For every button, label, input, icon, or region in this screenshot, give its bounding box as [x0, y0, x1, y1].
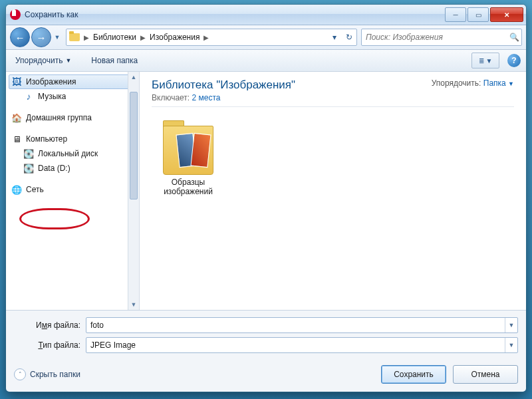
filename-input[interactable]	[86, 321, 505, 330]
sidebar-item[interactable]: Музыка	[9, 89, 139, 104]
filename-section: Имя файла: ▼ Тип файла: JPEG Image ▼	[6, 310, 526, 361]
hide-folders-toggle[interactable]: ˄ Скрыть папки	[14, 368, 80, 380]
minimize-button[interactable]: ─	[445, 7, 466, 22]
breadcrumb-dropdown[interactable]: ▾	[327, 29, 342, 45]
toolbar: Упорядочить ▼ Новая папка ≣ ▼ ?	[6, 50, 526, 72]
includes-label: Включает:	[152, 93, 190, 102]
chevron-down-icon: ▼	[508, 80, 514, 87]
new-folder-label: Новая папка	[91, 56, 138, 65]
cancel-button[interactable]: Отмена	[453, 365, 518, 384]
filetype-dropdown[interactable]: ▼	[505, 338, 517, 352]
chevron-right-icon[interactable]: ▶	[139, 34, 147, 41]
filetype-value: JPEG Image	[86, 340, 505, 350]
sidebar-item[interactable]: Локальный диск	[9, 146, 139, 161]
sidebar-item-label: Data (D:)	[38, 164, 70, 173]
save-button-label: Сохранить	[394, 370, 434, 379]
window-buttons: ─ ▭ ✕	[445, 7, 523, 22]
filename-dropdown[interactable]: ▼	[505, 318, 517, 332]
refresh-icon[interactable]: ↻	[342, 29, 356, 45]
sidebar-item[interactable]: Сеть	[9, 182, 139, 197]
filename-label: Имя файла:	[14, 321, 80, 330]
library-title: Библиотека "Изображения"	[152, 78, 295, 92]
save-button[interactable]: Сохранить	[381, 365, 446, 384]
sidebar-item-label: Сеть	[26, 185, 44, 194]
sidebar: ИзображенияМузыкаДомашняя группаКомпьюте…	[6, 72, 140, 310]
filetype-row: Тип файла: JPEG Image ▼	[14, 337, 518, 353]
sidebar-item[interactable]: Компьютер	[9, 132, 139, 146]
home-icon	[11, 112, 22, 123]
sidebar-item-label: Домашняя группа	[26, 113, 92, 122]
search-icon[interactable]: 🔍	[507, 33, 521, 42]
drive-icon	[23, 148, 34, 159]
organize-label: Упорядочить	[15, 56, 63, 65]
body: ИзображенияМузыкаДомашняя группаКомпьюте…	[6, 72, 526, 310]
sort-control[interactable]: Упорядочить: Папка ▼	[432, 78, 514, 88]
search-input[interactable]	[362, 33, 507, 42]
folder-caption-line1: Образцы	[172, 178, 205, 187]
sidebar-item-label: Изображения	[26, 77, 76, 86]
chevron-up-icon: ˄	[14, 368, 26, 380]
nav-history-dropdown[interactable]: ▼	[53, 28, 62, 47]
sidebar-item-label: Компьютер	[26, 134, 67, 144]
sidebar-item[interactable]: Data (D:)	[9, 161, 139, 176]
navbar: ← → ▼ ▶ Библиотеки ▶ Изображения ▶ ▾ ↻ 🔍	[6, 25, 526, 50]
net-icon	[11, 184, 22, 195]
pc-icon	[11, 134, 22, 144]
scroll-thumb[interactable]	[130, 92, 138, 200]
libraries-icon	[68, 31, 81, 44]
cancel-button-label: Отмена	[471, 370, 499, 379]
search-box[interactable]: 🔍	[361, 29, 522, 46]
forward-button[interactable]: →	[31, 27, 51, 47]
lib-icon	[11, 76, 22, 87]
chevron-right-icon[interactable]: ▶	[82, 34, 90, 41]
filetype-label: Тип файла:	[14, 340, 80, 350]
maximize-button[interactable]: ▭	[467, 7, 489, 22]
help-button[interactable]: ?	[507, 54, 521, 67]
back-button[interactable]: ←	[10, 27, 30, 47]
sidebar-item[interactable]: Домашняя группа	[9, 110, 139, 125]
sidebar-item-label: Музыка	[38, 92, 66, 101]
filetype-field[interactable]: JPEG Image ▼	[86, 337, 518, 353]
content-header: Библиотека "Изображения" Включает: 2 мес…	[152, 78, 514, 107]
scroll-up-icon[interactable]: ▲	[128, 72, 139, 82]
titlebar: Сохранить как ─ ▭ ✕	[6, 5, 526, 25]
breadcrumb-seg-1[interactable]: Изображения	[147, 33, 202, 42]
close-button[interactable]: ✕	[490, 7, 523, 22]
chevron-down-icon: ▼	[486, 57, 493, 65]
chevron-down-icon: ▼	[65, 57, 71, 64]
action-bar: ˄ Скрыть папки Сохранить Отмена	[6, 361, 526, 392]
hide-folders-label: Скрыть папки	[30, 370, 80, 379]
breadcrumb-seg-0[interactable]: Библиотеки	[90, 33, 139, 42]
folder-caption-line2: изображений	[164, 187, 213, 196]
scroll-down-icon[interactable]: ▼	[128, 299, 139, 310]
sort-label: Упорядочить:	[432, 78, 481, 88]
chevron-right-icon[interactable]: ▶	[202, 34, 210, 41]
sidebar-scrollbar[interactable]: ▲ ▼	[128, 72, 139, 310]
folder-icon	[159, 116, 217, 175]
folder-caption: Образцы изображений	[152, 178, 225, 197]
music-icon	[23, 91, 34, 102]
sidebar-item[interactable]: Изображения	[9, 74, 139, 89]
folder-item[interactable]: Образцы изображений	[152, 116, 225, 197]
annotation-circle	[19, 208, 90, 229]
library-subtitle: Включает: 2 места	[152, 93, 295, 102]
view-options-button[interactable]: ≣ ▼	[471, 53, 499, 68]
drive2-icon	[23, 163, 34, 174]
sidebar-item-label: Локальный диск	[38, 149, 98, 158]
organize-menu[interactable]: Упорядочить ▼	[11, 53, 75, 68]
save-as-dialog: Сохранить как ─ ▭ ✕ ← → ▼ ▶ Библиотеки ▶…	[5, 4, 527, 392]
filename-field[interactable]: ▼	[86, 317, 518, 333]
new-folder-button[interactable]: Новая папка	[87, 53, 142, 68]
breadcrumb[interactable]: ▶ Библиотеки ▶ Изображения ▶ ▾ ↻	[66, 29, 357, 46]
filename-row: Имя файла: ▼	[14, 317, 518, 333]
includes-link[interactable]: 2 места	[192, 93, 221, 102]
content-pane: Библиотека "Изображения" Включает: 2 мес…	[140, 72, 526, 310]
window-title: Сохранить как	[25, 10, 445, 19]
sort-value[interactable]: Папка	[483, 78, 506, 88]
items-area[interactable]: Образцы изображений	[152, 116, 514, 197]
opera-icon	[10, 9, 21, 20]
view-icon: ≣	[479, 57, 484, 65]
